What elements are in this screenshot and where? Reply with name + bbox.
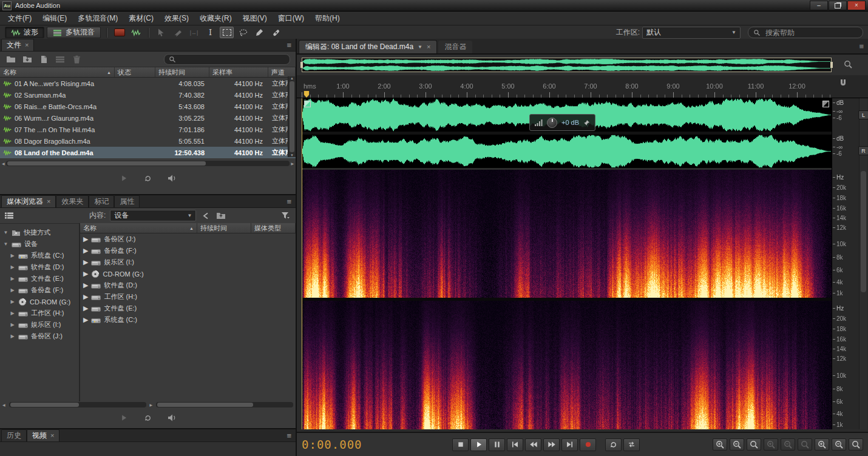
slip-tool[interactable]: |↔| — [187, 27, 201, 38]
expanded-icon[interactable]: ▼ — [3, 241, 8, 247]
collapsed-icon[interactable]: ▶ — [10, 299, 15, 304]
tab-mixer[interactable]: 混音器 — [438, 41, 472, 53]
collapsed-icon[interactable]: ▶ — [83, 281, 88, 289]
skip-selection-button[interactable] — [623, 438, 640, 451]
close-icon[interactable]: × — [47, 198, 50, 205]
files-loop-button[interactable] — [141, 173, 155, 184]
back-button[interactable] — [200, 211, 211, 221]
workspace-select[interactable]: 默认 ▼ — [642, 27, 741, 39]
tree-item[interactable]: ▶备份盘 (F:) — [0, 284, 79, 296]
menu-item[interactable]: 帮助(H) — [310, 12, 345, 25]
list-view-icon[interactable] — [5, 212, 13, 219]
play-button[interactable] — [470, 438, 487, 451]
media-list-item[interactable]: ▶备份区 (J:) — [80, 233, 296, 245]
tree-item[interactable]: ▶CD-ROM (G:) — [0, 296, 79, 307]
waveform-view-button[interactable]: 波形 — [5, 27, 44, 38]
collapsed-icon[interactable]: ▶ — [83, 316, 88, 324]
media-loop-button[interactable] — [141, 412, 155, 424]
panel-menu-icon[interactable]: ≡ — [859, 42, 864, 51]
volume-hud[interactable]: +0 dB — [529, 114, 595, 131]
restore-button[interactable] — [829, 1, 847, 10]
gain-knob[interactable] — [547, 118, 557, 128]
tab-video[interactable]: 视频 × — [27, 429, 59, 441]
folder-up-button[interactable] — [215, 211, 226, 221]
playhead-handle[interactable] — [304, 91, 310, 98]
menu-item[interactable]: 文件(F) — [2, 12, 37, 25]
spot-healing-brush-tool[interactable] — [269, 27, 283, 38]
media-list-item[interactable]: ▶备份盘 (F:) — [80, 245, 296, 256]
collapsed-icon[interactable]: ▶ — [83, 258, 88, 266]
file-row[interactable]: 06 Rais...e Battle-Orcs.m4a5:43.60844100… — [0, 101, 296, 112]
tree-group[interactable]: ▼快捷方式 — [0, 227, 79, 238]
close-icon[interactable]: × — [25, 42, 29, 49]
column-header[interactable]: 名称▲ — [80, 223, 197, 233]
fade-out-handle[interactable] — [822, 101, 829, 107]
spectral-display-toggle[interactable] — [112, 27, 126, 38]
lasso-selection-tool[interactable] — [236, 27, 250, 38]
files-search-input[interactable] — [179, 55, 285, 64]
rewind-button[interactable] — [525, 438, 541, 451]
collapsed-icon[interactable]: ▶ — [83, 235, 88, 243]
menu-item[interactable]: 编辑(E) — [37, 12, 72, 25]
panel-menu-icon[interactable]: ≡ — [287, 431, 291, 440]
tab-files[interactable]: 文件 × — [1, 39, 34, 51]
zoom-out-selection-button[interactable] — [832, 438, 846, 451]
scroll-right-icon[interactable]: ▶ — [150, 403, 153, 407]
menu-item[interactable]: 多轨混音(M) — [72, 12, 123, 25]
collapsed-icon[interactable]: ▶ — [10, 287, 15, 293]
scroll-down-icon[interactable]: ▼ — [290, 153, 294, 157]
media-list-item[interactable]: ▶文件盘 (E:) — [80, 303, 296, 314]
media-play-button[interactable] — [117, 412, 131, 424]
expanded-icon[interactable]: ▼ — [3, 230, 8, 235]
ruler-track[interactable]: hms 1:002:003:004:005:006:007:008:009:00… — [302, 75, 832, 98]
file-list-horizontal-scrollbar[interactable]: ◀ ▶ — [2, 160, 294, 166]
spectrogram-channel-2[interactable] — [302, 301, 832, 429]
overview-right-handle[interactable] — [830, 62, 833, 68]
collapsed-icon[interactable]: ▶ — [10, 322, 15, 327]
scroll-up-icon[interactable]: ▲ — [290, 76, 294, 80]
column-header[interactable]: 声道 — [268, 67, 296, 77]
time-selection-tool[interactable]: I — [203, 27, 217, 38]
marquee-selection-tool[interactable] — [220, 27, 234, 38]
zoom-out-time-button[interactable] — [730, 438, 744, 451]
spectrogram-canvas-1[interactable] — [302, 170, 832, 298]
multitrack-view-button[interactable]: 多轨混音 — [47, 27, 101, 38]
column-header[interactable]: 媒体类型 — [251, 223, 296, 233]
collapsed-icon[interactable]: ▶ — [83, 247, 88, 255]
close-icon[interactable]: × — [50, 432, 54, 439]
media-list-item[interactable]: ▶系统盘 (C:) — [80, 314, 296, 326]
menu-item[interactable]: 收藏夹(R) — [194, 12, 237, 25]
tree-item[interactable]: ▶文件盘 (E:) — [0, 273, 79, 284]
import-files-button[interactable] — [22, 55, 33, 64]
scrollbar-track[interactable] — [6, 161, 290, 166]
record-button[interactable] — [580, 438, 596, 451]
panel-menu-icon[interactable]: ≡ — [287, 197, 291, 206]
scrollbar-thumb[interactable] — [861, 171, 866, 292]
razor-tool[interactable] — [171, 27, 185, 38]
tab-markers[interactable]: 标记 — [89, 195, 114, 207]
column-header[interactable]: 采样率 — [209, 67, 268, 77]
file-list-vertical-scrollbar[interactable]: ▲ ▼ — [288, 76, 296, 157]
files-autoplay-button[interactable] — [165, 173, 180, 184]
media-autoplay-button[interactable] — [165, 412, 180, 424]
collapsed-icon[interactable]: ▶ — [10, 334, 15, 339]
loop-button[interactable] — [605, 438, 622, 451]
scrollbar-thumb[interactable] — [10, 403, 79, 407]
filter-button[interactable] — [280, 211, 291, 221]
panel-menu-icon[interactable]: ≡ — [287, 41, 291, 50]
fade-in-handle[interactable] — [304, 101, 311, 107]
overview-left-handle[interactable] — [300, 62, 303, 68]
scroll-left-icon[interactable]: ◀ — [2, 403, 5, 407]
scrollbar-thumb[interactable] — [7, 161, 206, 166]
tab-editor[interactable]: 编辑器: 08 Land of the Dead.m4a ▼ × — [299, 40, 437, 53]
zoom-full-button[interactable] — [747, 438, 761, 451]
menu-item[interactable]: 视图(V) — [237, 12, 273, 25]
waveform-display[interactable]: +0 dB — [302, 98, 832, 168]
paintbrush-selection-tool[interactable] — [253, 27, 266, 38]
column-header[interactable]: 状态 — [115, 67, 155, 77]
waveform-display-toggle[interactable] — [129, 27, 143, 38]
collapsed-icon[interactable]: ▶ — [10, 253, 15, 258]
collapsed-icon[interactable]: ▶ — [83, 304, 88, 312]
pin-icon[interactable] — [583, 119, 590, 126]
content-select[interactable]: 设备 ▼ — [110, 210, 196, 221]
